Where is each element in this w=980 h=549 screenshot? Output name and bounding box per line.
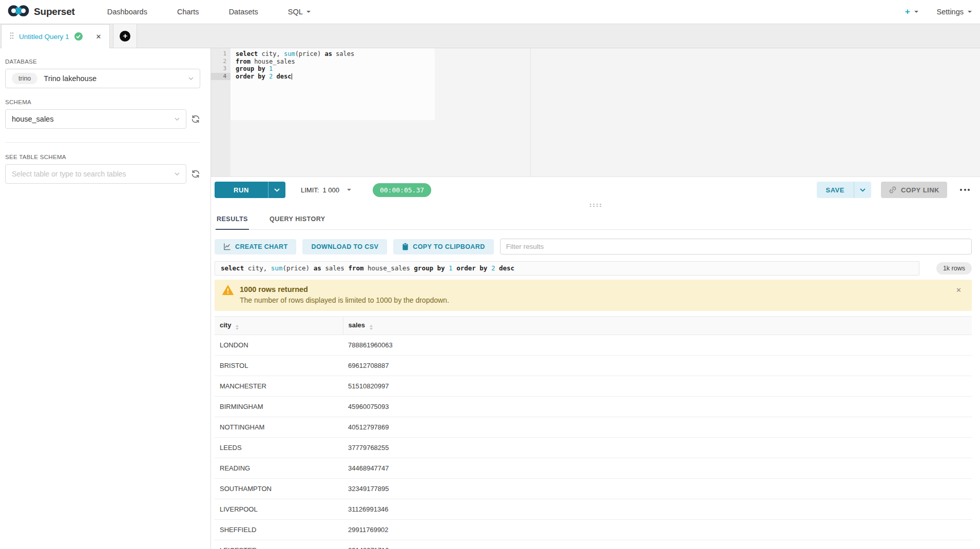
add-tab-button[interactable]: + <box>113 24 137 48</box>
refresh-schemas-icon[interactable] <box>191 114 200 124</box>
executed-query-text: select city, sum(price) as sales from ho… <box>215 261 919 276</box>
table-row[interactable]: BRISTOL 69612708887 <box>215 356 972 376</box>
warning-icon <box>222 285 234 296</box>
sales-cell: 51510820997 <box>343 376 972 397</box>
clipboard-icon <box>402 243 409 250</box>
table-select-placeholder: Select table or type to search tables <box>12 170 126 178</box>
chevron-down-icon <box>175 117 180 121</box>
sidebar-divider <box>5 142 200 143</box>
superset-logo-icon <box>7 4 30 20</box>
resize-grip[interactable] <box>589 203 602 207</box>
close-alert-icon[interactable]: ✕ <box>954 285 964 304</box>
column-header-city[interactable]: city <box>215 317 343 335</box>
refresh-tables-icon[interactable] <box>191 169 200 179</box>
table-row[interactable]: LEEDS 37779768255 <box>215 438 972 458</box>
results-pane: RESULTS QUERY HISTORY CREATE CHART DOWNL… <box>211 208 980 549</box>
table-schema-label: SEE TABLE SCHEMA <box>5 154 200 160</box>
results-tabbar: RESULTS QUERY HISTORY <box>215 211 972 230</box>
superset-brand[interactable]: Superset <box>7 4 75 20</box>
sort-icon[interactable] <box>370 325 373 330</box>
city-cell: LEICESTER <box>215 540 343 549</box>
chevron-down-icon <box>347 189 351 191</box>
database-value: Trino lakehouse <box>44 74 97 83</box>
database-label: DATABASE <box>5 58 200 65</box>
run-button[interactable]: RUN <box>215 182 285 198</box>
nav-dashboards[interactable]: Dashboards <box>92 8 162 16</box>
alert-title: 1000 rows returned <box>240 285 449 293</box>
chevron-down-icon[interactable] <box>968 11 972 13</box>
create-chart-button[interactable]: CREATE CHART <box>215 239 296 254</box>
drag-handle-icon[interactable] <box>10 32 14 42</box>
nav-datasets[interactable]: Datasets <box>214 8 273 16</box>
sales-cell: 29142071716 <box>343 540 972 549</box>
schema-value: house_sales <box>12 115 53 123</box>
sql-editor[interactable]: 1234 select city, sum(price) as salesfro… <box>211 48 980 177</box>
results-table: city sales LONDON 788861960063 <box>215 316 972 549</box>
query-timer-badge: 00:00:05.37 <box>373 183 431 197</box>
filter-results-input[interactable] <box>500 239 972 254</box>
table-row[interactable]: NOTTINGHAM 40512797869 <box>215 417 972 438</box>
save-button[interactable]: SAVE <box>817 182 871 198</box>
sort-icon[interactable] <box>236 325 239 330</box>
copy-clipboard-button[interactable]: COPY TO CLIPBOARD <box>393 239 493 254</box>
chevron-down-icon <box>306 11 311 13</box>
tab-title: Untitled Query 1 <box>19 33 69 41</box>
more-menu-icon[interactable] <box>958 186 972 194</box>
pane-resize-row <box>211 203 980 208</box>
table-row[interactable]: SOUTHAMPTON 32349177895 <box>215 479 972 499</box>
table-row[interactable]: READING 34468947747 <box>215 458 972 479</box>
close-tab-icon[interactable]: ✕ <box>96 33 102 41</box>
nav-sql[interactable]: SQL <box>273 8 325 16</box>
city-cell: LIVERPOOL <box>215 499 343 520</box>
nav-charts[interactable]: Charts <box>162 8 214 16</box>
table-row[interactable]: LEICESTER 29142071716 <box>215 540 972 549</box>
table-row[interactable]: BIRMINGHAM 45960075093 <box>215 397 972 417</box>
city-cell: SHEFFIELD <box>215 520 343 540</box>
city-cell: LONDON <box>215 335 343 356</box>
sales-cell: 37779768255 <box>343 438 972 458</box>
sales-cell: 31126991346 <box>343 499 972 520</box>
editor-gutter: 1234 <box>211 48 230 177</box>
city-cell: READING <box>215 458 343 479</box>
limit-label: LIMIT: <box>301 186 319 194</box>
table-row[interactable]: LIVERPOOL 31126991346 <box>215 499 972 520</box>
run-options-caret[interactable] <box>268 182 285 198</box>
schema-label: SCHEMA <box>5 99 200 105</box>
schema-select[interactable]: house_sales <box>5 109 186 129</box>
database-type-badge: trino <box>12 73 37 84</box>
query-tabbar: Untitled Query 1 ✕ + <box>0 24 980 48</box>
city-cell: LEEDS <box>215 438 343 458</box>
query-success-icon <box>74 32 83 41</box>
new-item-button[interactable]: + <box>905 7 910 17</box>
row-count-badge: 1k rows <box>936 262 972 274</box>
chevron-down-icon <box>188 77 194 80</box>
table-row[interactable]: SHEFFIELD 29911769902 <box>215 520 972 540</box>
city-cell: SOUTHAMPTON <box>215 479 343 499</box>
copy-link-button[interactable]: COPY LINK <box>881 182 947 198</box>
save-options-caret[interactable] <box>854 182 871 198</box>
editor-code[interactable]: select city, sum(price) as salesfrom hou… <box>230 50 354 80</box>
table-row[interactable]: LONDON 788861960063 <box>215 335 972 356</box>
rows-limit-alert: 1000 rows returned The number of rows di… <box>215 280 972 311</box>
tab-untitled-query-1[interactable]: Untitled Query 1 ✕ <box>1 24 110 48</box>
table-row[interactable]: MANCHESTER 51510820997 <box>215 376 972 397</box>
sales-cell: 34468947747 <box>343 458 972 479</box>
tab-results[interactable]: RESULTS <box>216 211 249 230</box>
table-select[interactable]: Select table or type to search tables <box>5 164 186 184</box>
tab-query-history[interactable]: QUERY HISTORY <box>268 211 326 229</box>
settings-menu[interactable]: Settings <box>937 8 964 16</box>
sales-cell: 29911769902 <box>343 520 972 540</box>
database-select[interactable]: trino Trino lakehouse <box>5 69 200 88</box>
plus-icon: + <box>120 31 130 42</box>
limit-dropdown[interactable]: LIMIT: 1 000 <box>301 186 351 194</box>
limit-value: 1 000 <box>322 186 339 194</box>
results-actions-row: CREATE CHART DOWNLOAD TO CSV COPY TO CLI… <box>215 239 972 254</box>
chevron-down-icon[interactable] <box>914 11 918 13</box>
column-header-sales[interactable]: sales <box>343 317 972 335</box>
sales-cell: 788861960063 <box>343 335 972 356</box>
city-cell: BRISTOL <box>215 356 343 376</box>
editor-toolbar: RUN LIMIT: 1 000 00:00:05.37 SAVE <box>211 177 980 203</box>
chart-icon <box>223 243 231 250</box>
alert-message: The number of rows displayed is limited … <box>240 296 449 304</box>
download-csv-button[interactable]: DOWNLOAD TO CSV <box>302 239 387 254</box>
